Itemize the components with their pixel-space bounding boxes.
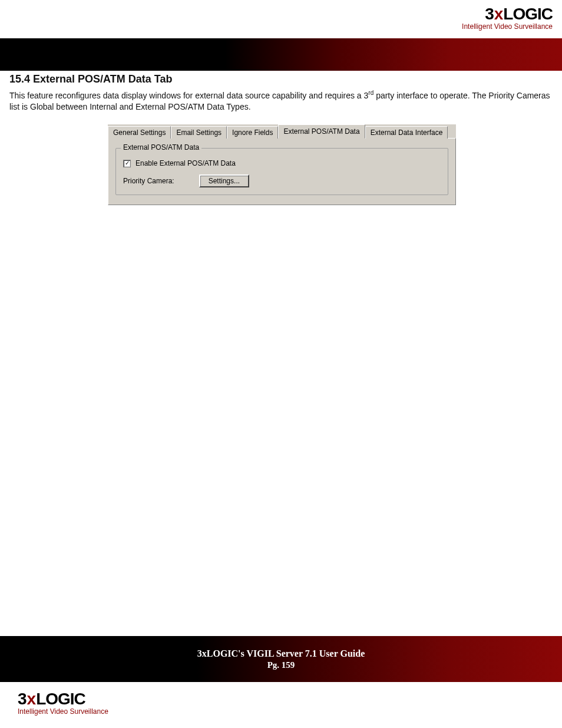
body-sup: rd	[368, 90, 373, 96]
tab-email-settings[interactable]: Email Settings	[171, 126, 227, 139]
tab-external-pos-atm-data[interactable]: External POS/ATM Data	[278, 124, 365, 139]
dialog-screenshot: General Settings Email Settings Ignore F…	[108, 124, 456, 205]
logo-x: x	[494, 5, 503, 23]
enable-external-pos-label: Enable External POS/ATM Data	[135, 159, 236, 167]
section-body: This feature reconfigures data display w…	[9, 89, 553, 112]
priority-camera-row: Priority Camera: Settings...	[123, 174, 441, 187]
tabs-row: General Settings Email Settings Ignore F…	[108, 124, 456, 138]
content-area: 15.4 External POS/ATM Data Tab This feat…	[9, 73, 553, 112]
footer-page: Pg. 159	[267, 660, 295, 670]
body-part-1: This feature reconfigures data display w…	[9, 91, 368, 100]
footer-logo-pre: 3	[18, 690, 27, 708]
footer-title: 3xLOGIC's VIGIL Server 7.1 User Guide	[197, 648, 365, 659]
logo-post: LOGIC	[503, 5, 553, 23]
check-icon: ✓	[125, 160, 130, 166]
logo-tagline: Intelligent Video Surveillance	[462, 22, 553, 31]
footer-logo: 3xLOGIC Intelligent Video Surveillance	[18, 690, 108, 716]
enable-external-pos-checkbox[interactable]: ✓	[123, 160, 131, 167]
logo-text: 3xLOGIC	[462, 5, 553, 24]
tab-external-data-interface[interactable]: External Data Interface	[365, 126, 448, 139]
settings-button[interactable]: Settings...	[199, 174, 249, 187]
header-logo: 3xLOGIC Intelligent Video Surveillance	[462, 5, 553, 31]
header-band	[0, 38, 562, 71]
footer-logo-x: x	[27, 690, 36, 708]
groupbox-external-pos-atm: External POS/ATM Data ✓ Enable External …	[115, 148, 448, 195]
footer-logo-post: LOGIC	[36, 690, 85, 708]
logo-pre: 3	[485, 5, 494, 23]
priority-camera-label: Priority Camera:	[123, 177, 174, 185]
tab-panel: External POS/ATM Data ✓ Enable External …	[108, 138, 456, 205]
footer-logo-tagline: Intelligent Video Surveillance	[18, 707, 108, 716]
checkbox-row: ✓ Enable External POS/ATM Data	[123, 159, 441, 167]
footer-logo-text: 3xLOGIC	[18, 690, 108, 709]
section-title: 15.4 External POS/ATM Data Tab	[9, 73, 553, 85]
groupbox-title: External POS/ATM Data	[121, 143, 201, 151]
tab-general-settings[interactable]: General Settings	[108, 126, 171, 139]
tab-ignore-fields[interactable]: Ignore Fields	[227, 126, 278, 139]
footer-band: 3xLOGIC's VIGIL Server 7.1 User Guide Pg…	[0, 636, 562, 682]
